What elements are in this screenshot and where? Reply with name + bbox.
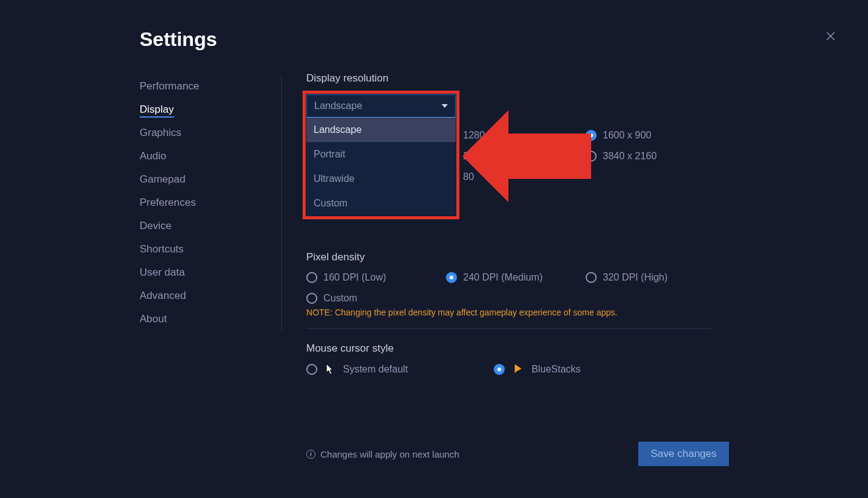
close-button[interactable] — [824, 29, 837, 43]
resolution-label-row2: 2 — [463, 151, 469, 162]
density-label-custom: Custom — [323, 293, 357, 304]
density-note: NOTE: Changing the pixel density may aff… — [306, 307, 711, 317]
sidebar-item-display[interactable]: Display — [140, 98, 269, 121]
footer-note: i Changes will apply on next launch — [306, 449, 459, 459]
mouse-cursor-label: Mouse cursor style — [306, 342, 711, 355]
radio-icon — [586, 151, 597, 162]
footer-note-text: Changes will apply on next launch — [320, 449, 459, 459]
density-option-240[interactable]: 240 DPI (Medium) — [446, 272, 586, 283]
density-option-160[interactable]: 160 DPI (Low) — [306, 272, 446, 283]
radio-icon — [446, 272, 457, 283]
sidebar-item-performance[interactable]: Performance — [140, 75, 269, 98]
density-option-320[interactable]: 320 DPI (High) — [586, 272, 708, 283]
resolution-option-1600x900[interactable]: 1600 x 900 — [586, 130, 708, 141]
orientation-option-ultrawide[interactable]: Ultrawide — [306, 167, 456, 191]
cursor-bluestacks-icon — [513, 363, 523, 375]
density-label-240: 240 DPI (Medium) — [463, 272, 543, 283]
resolution-option-row2[interactable]: 2 — [446, 151, 586, 162]
orientation-dropdown-list: Landscape Portrait Ultrawide Custom — [306, 118, 456, 216]
sidebar-item-shortcuts[interactable]: Shortcuts — [140, 238, 269, 261]
resolution-label-3840x2160: 3840 x 2160 — [603, 151, 657, 162]
sidebar-item-gamepad[interactable]: Gamepad — [140, 168, 269, 191]
footer: i Changes will apply on next launch Save… — [306, 442, 729, 466]
radio-icon — [494, 364, 505, 375]
resolution-label-1600x900: 1600 x 900 — [603, 130, 651, 141]
radio-icon — [586, 130, 597, 141]
display-resolution-label: Display resolution — [306, 72, 711, 85]
density-label-160: 160 DPI (Low) — [323, 272, 386, 283]
close-icon — [824, 29, 837, 43]
orientation-option-portrait[interactable]: Portrait — [306, 142, 456, 167]
content: Display resolution Landscape Landscape P… — [306, 72, 711, 375]
sidebar-item-about[interactable]: About — [140, 307, 269, 331]
sidebar-item-device[interactable]: Device — [140, 214, 269, 238]
density-option-custom[interactable]: Custom — [306, 293, 446, 304]
radio-icon — [306, 293, 317, 304]
sidebar-item-advanced[interactable]: Advanced — [140, 284, 269, 307]
sidebar-item-audio[interactable]: Audio — [140, 145, 269, 168]
radio-icon — [306, 272, 317, 283]
density-grid: 160 DPI (Low) 240 DPI (Medium) 320 DPI (… — [306, 272, 711, 304]
info-icon: i — [306, 450, 315, 459]
chevron-down-icon — [442, 104, 448, 108]
radio-icon — [306, 364, 317, 375]
resolution-option-1280[interactable]: 1280 x — [446, 130, 586, 141]
resolution-label-1280: 1280 x — [463, 130, 492, 141]
orientation-dropdown[interactable]: Landscape — [306, 94, 456, 118]
sidebar: Performance Display Graphics Audio Gamep… — [140, 75, 282, 331]
save-changes-button[interactable]: Save changes — [638, 442, 729, 466]
density-label-320: 320 DPI (High) — [603, 272, 668, 283]
mouse-option-system-default[interactable]: System default — [306, 363, 408, 375]
pixel-density-label: Pixel density — [306, 251, 711, 263]
orientation-option-custom[interactable]: Custom — [306, 191, 456, 216]
radio-icon — [586, 272, 597, 283]
resolution-option-row3[interactable]: 80 — [446, 172, 586, 183]
orientation-option-landscape[interactable]: Landscape — [306, 118, 456, 142]
sidebar-item-preferences[interactable]: Preferences — [140, 191, 269, 214]
page-title: Settings — [140, 28, 217, 51]
mouse-option-bluestacks[interactable]: BlueStacks — [494, 363, 581, 375]
mouse-cursor-row: System default BlueStacks — [306, 363, 711, 375]
sidebar-item-graphics[interactable]: Graphics — [140, 121, 269, 145]
cursor-default-icon — [326, 363, 334, 375]
sidebar-item-user-data[interactable]: User data — [140, 261, 269, 284]
mouse-label-system-default: System default — [343, 364, 408, 375]
mouse-label-bluestacks: BlueStacks — [532, 364, 581, 375]
resolution-label-row3: 80 — [463, 172, 474, 183]
divider — [306, 328, 711, 329]
resolution-option-3840x2160[interactable]: 3840 x 2160 — [586, 151, 708, 162]
orientation-selected: Landscape — [314, 100, 362, 111]
